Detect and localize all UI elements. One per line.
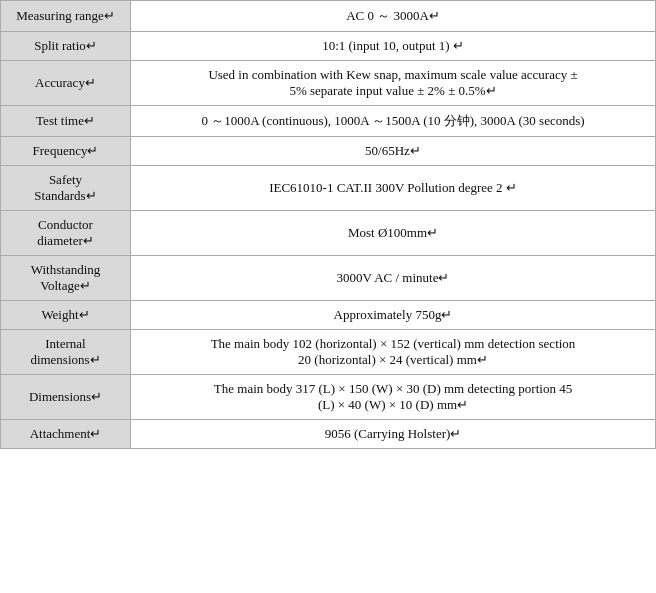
value-cell: Most Ø100mm↵ [131, 211, 656, 256]
label-cell: Weight↵ [1, 301, 131, 330]
label-cell: Withstanding Voltage↵ [1, 256, 131, 301]
value-cell: The main body 102 (horizontal) × 152 (ve… [131, 330, 656, 375]
label-cell: Conductor diameter↵ [1, 211, 131, 256]
table-row: Safety Standards↵IEC61010-1 CAT.II 300V … [1, 166, 656, 211]
value-cell: 3000V AC / minute↵ [131, 256, 656, 301]
table-row: Accuracy↵Used in combination with Kew sn… [1, 61, 656, 106]
table-row: Dimensions↵The main body 317 (L) × 150 (… [1, 375, 656, 420]
value-cell: 9056 (Carrying Holster)↵ [131, 420, 656, 449]
value-cell: The main body 317 (L) × 150 (W) × 30 (D)… [131, 375, 656, 420]
value-cell: 10:1 (input 10, output 1) ↵ [131, 32, 656, 61]
label-cell: Frequency↵ [1, 137, 131, 166]
table-row: Attachment↵9056 (Carrying Holster)↵ [1, 420, 656, 449]
table-row: Frequency↵50/65Hz↵ [1, 137, 656, 166]
table-row: Test time↵0 ～1000A (continuous), 1000A ～… [1, 106, 656, 137]
label-cell: Internal dimensions↵ [1, 330, 131, 375]
label-cell: Accuracy↵ [1, 61, 131, 106]
value-cell: AC 0 ～ 3000A↵ [131, 1, 656, 32]
value-cell: 0 ～1000A (continuous), 1000A ～1500A (10 … [131, 106, 656, 137]
specs-table: Measuring range↵AC 0 ～ 3000A↵Split ratio… [0, 0, 656, 449]
value-cell: Used in combination with Kew snap, maxim… [131, 61, 656, 106]
table-row: Withstanding Voltage↵3000V AC / minute↵ [1, 256, 656, 301]
label-cell: Split ratio↵ [1, 32, 131, 61]
label-cell: Safety Standards↵ [1, 166, 131, 211]
table-row: Split ratio↵10:1 (input 10, output 1) ↵ [1, 32, 656, 61]
value-cell: Approximately 750g↵ [131, 301, 656, 330]
label-cell: Test time↵ [1, 106, 131, 137]
table-row: Conductor diameter↵Most Ø100mm↵ [1, 211, 656, 256]
value-cell: IEC61010-1 CAT.II 300V Pollution degree … [131, 166, 656, 211]
table-row: Weight↵Approximately 750g↵ [1, 301, 656, 330]
value-cell: 50/65Hz↵ [131, 137, 656, 166]
table-row: Measuring range↵AC 0 ～ 3000A↵ [1, 1, 656, 32]
label-cell: Attachment↵ [1, 420, 131, 449]
table-row: Internal dimensions↵The main body 102 (h… [1, 330, 656, 375]
label-cell: Measuring range↵ [1, 1, 131, 32]
label-cell: Dimensions↵ [1, 375, 131, 420]
